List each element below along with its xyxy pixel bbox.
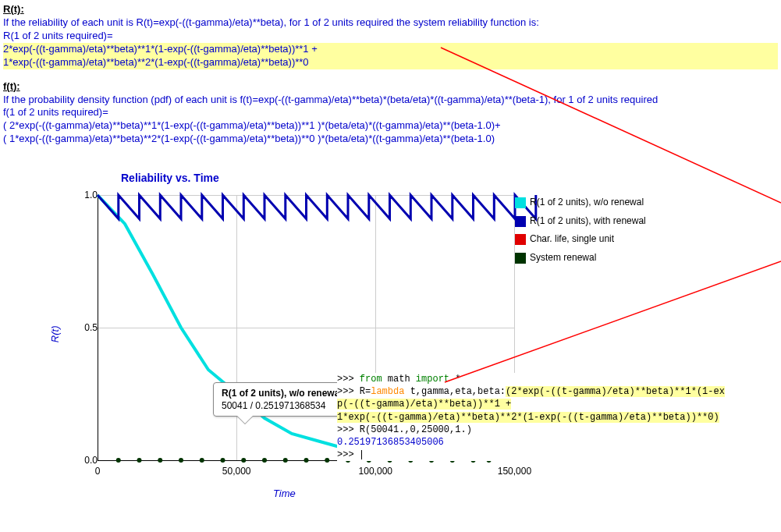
svg-point-6 [200, 458, 204, 463]
svg-point-12 [325, 458, 329, 463]
ft-lead: f(1 of 2 units required)= [3, 106, 778, 119]
svg-point-3 [137, 458, 142, 463]
rt-formula-line1: 2*exp(-((t-gamma)/eta)**beta)**1*(1-exp(… [3, 43, 778, 56]
svg-point-5 [179, 458, 183, 463]
svg-point-4 [158, 458, 162, 463]
cursor-icon [361, 450, 362, 459]
rt-lead: R(1 of 2 units required)= [3, 30, 778, 43]
curve-with-renewal [98, 195, 536, 219]
ft-title: f(t): [3, 80, 778, 92]
legend-swatch [515, 216, 526, 227]
legend-label: System renewal [530, 252, 596, 264]
x-tick: 100,000 [359, 466, 392, 477]
legend: R(1 of 2 units), w/o renewal R(1 of 2 un… [515, 197, 655, 270]
tooltip-title: R(1 of 2 units), w/o renewal [222, 388, 343, 399]
legend-item: Char. life, single unit [515, 233, 655, 246]
legend-swatch [515, 253, 526, 264]
ft-intro: If the probability density function (pdf… [3, 94, 778, 107]
python-console[interactable]: >>> from math import * >>> R=lambda t,ga… [337, 373, 774, 461]
y-axis-label: R(t) [49, 326, 61, 343]
x-tick: 0 [95, 466, 101, 477]
y-tick: 0.5 [74, 322, 98, 333]
code-line: >>> R(50041.,0,25000,1.) [337, 424, 774, 436]
legend-label: Char. life, single unit [530, 233, 614, 246]
code-line: >>> from math import * [337, 373, 774, 385]
legend-label: R(1 of 2 units), with renewal [530, 215, 646, 228]
y-tick: 1.0 [74, 190, 98, 200]
legend-item: R(1 of 2 units), w/o renewal [515, 197, 655, 209]
code-line: >>> R=lambda t,gamma,eta,beta:(2*exp(-((… [337, 385, 774, 398]
rt-title: R(t): [3, 3, 778, 15]
code-line: p(-((t-gamma)/eta)**beta))**1 + [337, 398, 774, 410]
x-axis: 0 50,000 100,000 150,000 [98, 464, 515, 480]
y-axis: 1.0 0.5 0.0 [74, 195, 98, 460]
legend-swatch [515, 234, 526, 245]
code-line: 1*exp(-((t-gamma)/eta)**beta)**2*(1-exp(… [337, 411, 774, 424]
rt-section: R(t): If the reliability of each unit is… [3, 3, 778, 69]
ft-formula-line2: ( 1*exp(-((t-gamma)/eta)**beta)**2*(1-ex… [3, 133, 778, 146]
svg-point-9 [262, 458, 267, 463]
svg-point-2 [116, 458, 121, 463]
x-tick: 50,000 [222, 466, 251, 477]
svg-point-7 [221, 458, 225, 463]
y-tick: 0.0 [74, 455, 98, 466]
chart-tooltip: R(1 of 2 units), w/o renewal 50041 / 0.2… [213, 382, 351, 417]
chart-area: Reliability vs. Time R(t) Time 1.0 0.5 0… [47, 172, 687, 523]
rt-formula-line2: 1*exp(-((t-gamma)/eta)**beta)**2*(1-exp(… [3, 56, 778, 69]
x-tick: 150,000 [498, 466, 531, 477]
code-prompt: >>> [337, 449, 774, 461]
legend-label: R(1 of 2 units), w/o renewal [530, 197, 644, 209]
legend-item: R(1 of 2 units), with renewal [515, 215, 655, 228]
rt-intro: If the reliability of each unit is R(t)=… [3, 16, 778, 30]
x-axis-label: Time [273, 488, 296, 499]
legend-swatch [515, 197, 526, 208]
code-result: 0.25197136853405006 [337, 436, 774, 449]
chart-title: Reliability vs. Time [121, 172, 219, 184]
svg-point-11 [304, 458, 309, 463]
legend-item: System renewal [515, 252, 655, 264]
svg-point-10 [283, 458, 288, 463]
svg-point-8 [241, 458, 246, 463]
ft-section: f(t): If the probability density functio… [3, 80, 778, 147]
ft-formula-line1: ( 2*exp(-((t-gamma)/eta)**beta)**1*(1-ex… [3, 119, 778, 133]
tooltip-value: 50041 / 0.251971368534 [222, 400, 343, 411]
